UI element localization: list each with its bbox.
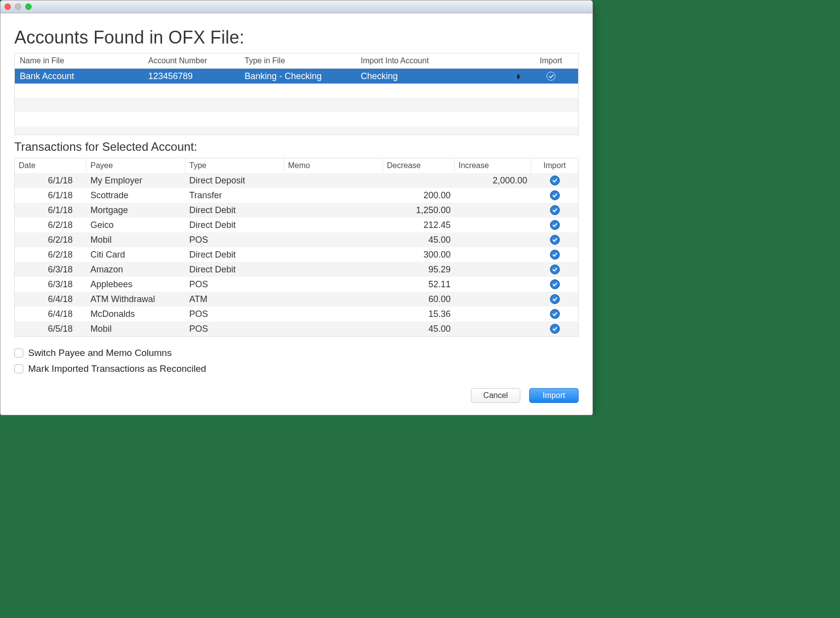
close-icon[interactable] — [4, 3, 11, 10]
dialog-footer: Cancel Import — [14, 388, 579, 403]
transaction-row[interactable]: 6/2/18Citi CardDirect Debit300.00 — [15, 247, 578, 262]
tx-increase — [455, 194, 531, 197]
tx-import-toggle[interactable] — [531, 248, 578, 262]
options-group: Switch Payee and Memo Columns Mark Impor… — [14, 348, 579, 374]
transaction-row[interactable]: 6/4/18ATM WithdrawalATM60.00 — [15, 292, 578, 307]
tx-increase — [455, 327, 531, 330]
window-controls — [4, 3, 32, 10]
tx-decrease: 300.00 — [383, 248, 455, 262]
transactions-table: Date Payee Type Memo Decrease Increase I… — [14, 158, 579, 337]
transaction-row[interactable]: 6/4/18McDonaldsPOS15.36 — [15, 307, 578, 321]
tx-import-toggle[interactable] — [531, 219, 578, 232]
minimize-icon[interactable] — [15, 3, 21, 10]
tx-import-toggle[interactable] — [531, 174, 578, 187]
col-date[interactable]: Date — [15, 158, 86, 173]
col-memo[interactable]: Memo — [284, 158, 383, 173]
col-import[interactable]: Import — [524, 53, 578, 68]
tx-payee: McDonalds — [86, 308, 185, 321]
tx-import-toggle[interactable] — [531, 263, 578, 276]
account-name: Bank Account — [15, 68, 143, 85]
transaction-row[interactable]: 6/3/18AmazonDirect Debit95.29 — [15, 262, 578, 277]
import-button[interactable]: Import — [529, 388, 579, 403]
tx-type: POS — [185, 308, 284, 321]
tx-type: ATM — [185, 293, 284, 306]
mark-reconciled-option[interactable]: Mark Imported Transactions as Reconciled — [14, 363, 579, 374]
tx-decrease: 52.11 — [383, 278, 455, 291]
tx-import-toggle[interactable] — [531, 308, 578, 321]
tx-import-toggle[interactable] — [531, 322, 578, 336]
tx-decrease: 45.00 — [383, 233, 455, 247]
account-row[interactable]: Bank Account 123456789 Banking - Checkin… — [15, 69, 578, 84]
dialog-content: Accounts Found in OFX File: Name in File… — [0, 13, 592, 415]
account-row-empty — [15, 127, 578, 134]
checkmark-circle-icon — [550, 190, 560, 200]
cancel-button[interactable]: Cancel — [471, 388, 520, 403]
tx-memo — [284, 327, 383, 330]
mark-reconciled-label: Mark Imported Transactions as Reconciled — [28, 363, 206, 374]
checkbox-icon[interactable] — [14, 349, 23, 357]
tx-memo — [284, 268, 383, 271]
col-into[interactable]: Import Into Account — [356, 53, 524, 68]
tx-date: 6/1/18 — [15, 204, 86, 217]
account-row-empty — [15, 84, 578, 98]
tx-import-toggle[interactable] — [531, 204, 578, 217]
checkmark-circle-icon — [550, 294, 560, 304]
accounts-heading: Accounts Found in OFX File: — [14, 27, 579, 48]
transaction-row[interactable]: 6/5/18MobilPOS45.00 — [15, 321, 578, 336]
col-number[interactable]: Account Number — [143, 53, 240, 68]
import-into-select[interactable]: Checking ▴▾ — [356, 68, 524, 85]
checkmark-circle-icon — [550, 324, 560, 334]
tx-increase — [455, 223, 531, 226]
tx-payee: Applebees — [86, 278, 185, 291]
tx-type: POS — [185, 322, 284, 336]
accounts-table-header: Name in File Account Number Type in File… — [15, 53, 578, 69]
tx-increase — [455, 238, 531, 241]
tx-payee: Mobil — [86, 233, 185, 247]
tx-increase — [455, 283, 531, 286]
col-tx-import[interactable]: Import — [531, 158, 578, 173]
transaction-row[interactable]: 6/2/18GeicoDirect Debit212.45 — [15, 218, 578, 232]
col-decrease[interactable]: Decrease — [383, 158, 455, 173]
tx-memo — [284, 238, 383, 241]
tx-import-toggle[interactable] — [531, 233, 578, 247]
tx-date: 6/3/18 — [15, 263, 86, 276]
tx-import-toggle[interactable] — [531, 293, 578, 306]
tx-payee: My Employer — [86, 174, 185, 187]
col-txtype[interactable]: Type — [185, 158, 284, 173]
tx-payee: Scottrade — [86, 189, 185, 202]
col-payee[interactable]: Payee — [86, 158, 185, 173]
col-increase[interactable]: Increase — [455, 158, 531, 173]
transaction-row[interactable]: 6/3/18ApplebeesPOS52.11 — [15, 277, 578, 292]
col-name[interactable]: Name in File — [15, 53, 143, 68]
switch-payee-memo-label: Switch Payee and Memo Columns — [28, 348, 171, 358]
checkmark-circle-icon — [550, 235, 560, 245]
tx-type: Direct Debit — [185, 219, 284, 232]
transaction-row[interactable]: 6/1/18My EmployerDirect Deposit2,000.00 — [15, 173, 578, 188]
account-number: 123456789 — [143, 68, 240, 85]
account-row-empty — [15, 112, 578, 127]
tx-date: 6/2/18 — [15, 233, 86, 247]
tx-decrease: 45.00 — [383, 322, 455, 336]
zoom-icon[interactable] — [25, 3, 32, 10]
tx-memo — [284, 312, 383, 315]
tx-date: 6/5/18 — [15, 322, 86, 336]
col-type[interactable]: Type in File — [240, 53, 356, 68]
transaction-row[interactable]: 6/2/18MobilPOS45.00 — [15, 232, 578, 247]
transactions-heading: Transactions for Selected Account: — [14, 140, 579, 154]
switch-payee-memo-option[interactable]: Switch Payee and Memo Columns — [14, 348, 579, 358]
tx-import-toggle[interactable] — [531, 278, 578, 291]
import-toggle[interactable] — [524, 68, 578, 85]
tx-import-toggle[interactable] — [531, 189, 578, 202]
tx-decrease: 200.00 — [383, 189, 455, 202]
transactions-table-header: Date Payee Type Memo Decrease Increase I… — [15, 158, 578, 173]
tx-date: 6/1/18 — [15, 189, 86, 202]
tx-date: 6/2/18 — [15, 219, 86, 232]
checkbox-icon[interactable] — [14, 364, 23, 373]
titlebar[interactable] — [0, 0, 592, 13]
tx-increase — [455, 312, 531, 315]
transaction-row[interactable]: 6/1/18MortgageDirect Debit1,250.00 — [15, 203, 578, 218]
chevron-up-down-icon: ▴▾ — [517, 73, 520, 79]
transaction-row[interactable]: 6/1/18ScottradeTransfer200.00 — [15, 188, 578, 203]
tx-decrease: 212.45 — [383, 219, 455, 232]
import-dialog-window: Accounts Found in OFX File: Name in File… — [0, 0, 593, 415]
